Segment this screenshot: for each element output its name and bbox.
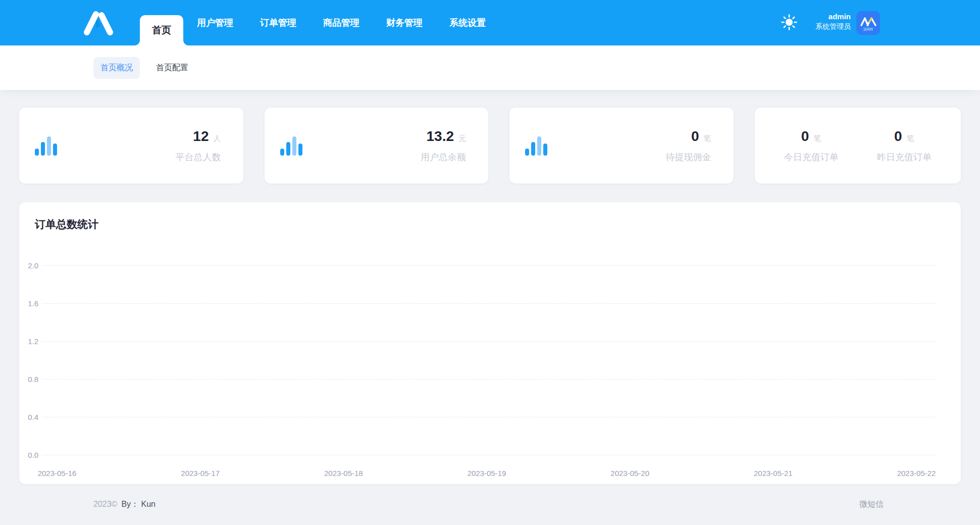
x-tick-label: 2023-05-20: [610, 469, 649, 478]
stat-value: 13.2: [427, 128, 454, 144]
nav-item-order-management[interactable]: 订单管理: [260, 0, 296, 45]
stat-value: 12: [193, 128, 209, 144]
order-total-chart-card: 订单总数统计 2.0 1.6 1.2 0.8 0.4 0.0 2023-05-1…: [19, 202, 961, 484]
y-tick-label: 0.4: [19, 413, 38, 421]
x-tick-label: 2023-05-19: [468, 469, 506, 478]
author-text: By： Kun: [121, 500, 156, 508]
avatar-m-icon: [859, 16, 878, 27]
nav-item-home[interactable]: 首页: [140, 15, 183, 45]
stat-unit: 笔: [813, 134, 821, 142]
stat-cards-row: 12人 平台总人数 13.2元 用户总余额 0笔: [19, 108, 961, 183]
stat-label: 平台总人数: [176, 151, 221, 163]
stat-card-platform-users: 12人 平台总人数: [19, 108, 243, 183]
footer-link-sms[interactable]: 微短信: [859, 499, 884, 510]
avatar-caption: 沃闪付: [863, 27, 873, 30]
subtab-home-config[interactable]: 首页配置: [149, 57, 195, 79]
x-tick-label: 2023-05-21: [754, 469, 793, 478]
x-tick-label: 2023-05-18: [324, 469, 363, 478]
chart-plot-area: 2.0 1.6 1.2 0.8 0.4 0.0 2023-05-16 2023-…: [42, 265, 936, 478]
gridline: 0.0: [42, 455, 936, 455]
x-tick-label: 2023-05-17: [181, 469, 220, 478]
x-tick-label: 2023-05-22: [897, 469, 936, 478]
chart-title: 订单总数统计: [35, 217, 98, 231]
stat-block: 13.2元 用户总余额: [421, 128, 466, 163]
stat-unit: 笔: [907, 134, 914, 142]
stat-block: 12人 平台总人数: [176, 128, 221, 163]
stat-value: 0: [801, 128, 809, 144]
stat-unit: 笔: [704, 134, 711, 142]
top-header: 首页 用户管理 订单管理 商品管理 财务管理 系统设置 admin 系统管理员 …: [0, 0, 980, 45]
stat-label: 今日充值订单: [784, 151, 839, 163]
main-nav: 首页 用户管理 订单管理 商品管理 财务管理 系统设置: [140, 0, 486, 45]
user-name: admin: [815, 12, 851, 22]
stat-block: 0笔 待提现佣金: [666, 128, 711, 163]
stat-card-recharge-orders: 0笔 今日充值订单 0笔 昨日充值订单: [755, 108, 961, 183]
nav-item-product-management[interactable]: 商品管理: [323, 0, 359, 45]
gridline: 1.2: [42, 341, 936, 342]
subtab-home-overview[interactable]: 首页概况: [93, 57, 140, 79]
page-footer: 2023©By： Kun 微短信: [0, 484, 980, 525]
gridline: 0.4: [42, 417, 936, 417]
y-tick-label: 0.8: [19, 375, 38, 384]
stat-label: 用户总余额: [421, 151, 466, 163]
y-tick-label: 1.6: [19, 299, 38, 308]
stat-card-pending-commission: 0笔 待提现佣金: [509, 108, 734, 183]
y-tick-label: 0.0: [19, 451, 38, 459]
stat-value: 0: [691, 128, 699, 144]
stat-card-user-balance: 13.2元 用户总余额: [265, 108, 489, 183]
x-tick-label: 2023-05-16: [38, 469, 77, 478]
stat-label: 昨日充值订单: [877, 151, 932, 163]
stat-unit: 元: [458, 134, 466, 142]
bar-chart-icon: [280, 135, 302, 156]
y-tick-label: 2.0: [19, 261, 38, 270]
bar-chart-icon: [35, 135, 57, 156]
user-info[interactable]: admin 系统管理员: [815, 12, 851, 31]
nav-item-system-settings[interactable]: 系统设置: [449, 0, 486, 45]
nav-item-user-management[interactable]: 用户管理: [197, 0, 233, 45]
footer-left: 2023©By： Kun: [93, 499, 156, 510]
x-axis-labels: 2023-05-16 2023-05-17 2023-05-18 2023-05…: [57, 469, 916, 479]
gridline: 1.6: [42, 303, 936, 304]
bar-chart-icon: [525, 135, 547, 156]
copyright-text: 2023©: [93, 500, 117, 508]
stat-label: 待提现佣金: [666, 151, 711, 163]
sub-nav: 首页概况 首页配置: [0, 45, 980, 90]
avatar[interactable]: 沃闪付: [856, 11, 880, 35]
stat-unit: 人: [214, 134, 221, 142]
gridline: 2.0: [42, 265, 936, 266]
y-tick-label: 1.2: [19, 337, 38, 346]
stat-value: 0: [894, 128, 902, 144]
stat-block-today: 0笔 今日充值订单: [784, 128, 839, 163]
nav-item-finance-management[interactable]: 财务管理: [386, 0, 423, 45]
user-role: 系统管理员: [815, 22, 851, 31]
m-logo-icon: [81, 10, 118, 35]
stat-block-yesterday: 0笔 昨日充值订单: [877, 128, 932, 163]
gridline: 0.8: [42, 379, 936, 379]
sun-icon[interactable]: [781, 14, 798, 31]
